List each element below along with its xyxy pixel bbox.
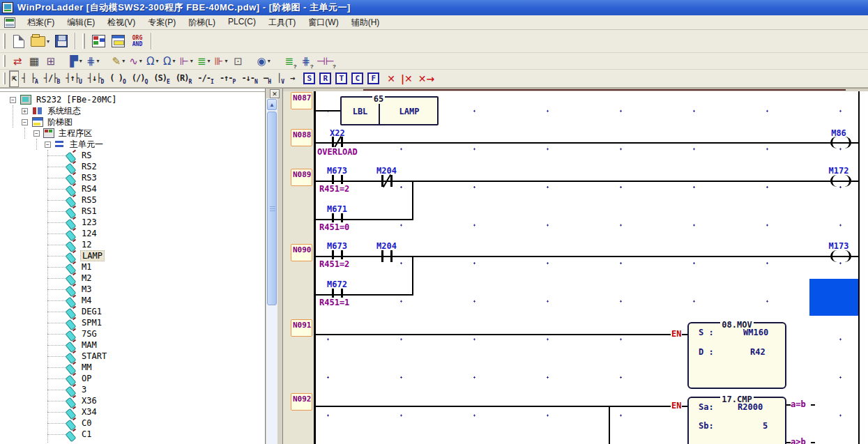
- help-list-button[interactable]: ≣?: [281, 52, 298, 70]
- scrollbar-thumb[interactable]: [267, 112, 277, 305]
- monitor-button[interactable]: Ω▾: [161, 52, 178, 70]
- delete-tool-2[interactable]: ✕→: [416, 72, 437, 85]
- param-value[interactable]: R2000: [738, 402, 763, 412]
- network-label[interactable]: N092: [291, 393, 312, 411]
- contact-label[interactable]: M672: [326, 280, 348, 289]
- list-status-button[interactable]: ≣▾: [195, 52, 213, 70]
- contact-nc-tool[interactable]: ┤/├B: [41, 70, 63, 87]
- io-table-button[interactable]: ⊞: [43, 52, 59, 70]
- dropdown-caret-icon[interactable]: ▾: [190, 58, 193, 64]
- collapse-box-icon[interactable]: −: [45, 141, 51, 148]
- network-label[interactable]: N090: [291, 244, 312, 261]
- coil[interactable]: [830, 137, 851, 148]
- cmp-function-block[interactable]: 17.CMP Sa: R2000 Sb: 5: [687, 397, 786, 444]
- tree-leaf-X34[interactable]: X34: [0, 406, 265, 418]
- network-label[interactable]: N088: [291, 129, 312, 146]
- tree-leaf-MM[interactable]: MM: [0, 362, 265, 373]
- tree-leaf-DEG1[interactable]: DEG1: [0, 306, 265, 317]
- new-file-button[interactable]: [9, 31, 29, 51]
- coil-tool[interactable]: ( )O: [107, 70, 129, 87]
- pointer-tool[interactable]: ⇱: [9, 70, 19, 87]
- tree-leaf-M4[interactable]: M4: [0, 295, 265, 306]
- coil-set-tool[interactable]: (S)E: [151, 70, 173, 87]
- component-button[interactable]: ▦: [26, 52, 43, 70]
- coil-negated-tool[interactable]: (/)Q: [129, 70, 151, 87]
- delete-tool-1[interactable]: |✕: [398, 72, 416, 85]
- tree-node-main-unit[interactable]: − 主单元一: [0, 139, 265, 150]
- coil-reset-tool[interactable]: (R)R: [173, 70, 195, 87]
- tree-leaf-M1[interactable]: M1: [0, 261, 265, 273]
- tree-leaf-LAMP[interactable]: LAMP: [0, 250, 265, 261]
- contact-falling-tool[interactable]: ┤↓├D: [85, 70, 107, 87]
- status-wave-button[interactable]: ∿▾: [127, 52, 144, 70]
- contact-rising-tool[interactable]: ┤↑├U: [63, 70, 85, 87]
- falling-tool[interactable]: -↓-N: [238, 70, 261, 87]
- project-blocks-button[interactable]: ▛▾: [68, 52, 84, 70]
- contact-label[interactable]: M204: [376, 166, 397, 176]
- project-window-button[interactable]: [89, 31, 108, 51]
- tree-node-root[interactable]: − RS232 [FBe-20MC]: [0, 94, 265, 105]
- contact-a-button[interactable]: ⊩▾: [178, 52, 195, 70]
- tree-leaf-X36[interactable]: X36: [0, 395, 265, 406]
- expand-box-icon[interactable]: +: [22, 108, 28, 114]
- tree-leaf-M3[interactable]: M3: [0, 284, 265, 295]
- help-contact-button[interactable]: ⊣⊢?: [314, 52, 337, 70]
- menu-item-0[interactable]: 档案(F): [21, 15, 61, 30]
- tree-leaf-RS5[interactable]: RS5: [0, 194, 265, 206]
- menu-item-4[interactable]: 阶梯(L): [182, 15, 222, 30]
- ladder-window-button[interactable]: [108, 31, 128, 51]
- tree-leaf-START[interactable]: START: [0, 351, 265, 362]
- vline-tool[interactable]: │V: [274, 70, 287, 87]
- insert-s-button[interactable]: S: [303, 72, 315, 84]
- close-panel-button[interactable]: ✕: [270, 89, 280, 98]
- menu-item-7[interactable]: 窗口(W): [302, 15, 344, 30]
- tree-leaf-OP[interactable]: OP: [0, 373, 265, 384]
- network-label[interactable]: N087: [291, 92, 312, 109]
- dropdown-caret-icon[interactable]: ▾: [225, 58, 228, 64]
- menu-item-6[interactable]: 工具(T): [262, 15, 302, 30]
- coil-label[interactable]: M172: [823, 166, 854, 176]
- tree-leaf-RS2[interactable]: RS2: [0, 161, 265, 172]
- collapse-box-icon[interactable]: −: [22, 119, 28, 125]
- collapse-box-icon[interactable]: −: [10, 97, 16, 103]
- tree-leaf-123[interactable]: 123: [0, 217, 265, 228]
- contact-label[interactable]: M673: [326, 166, 348, 176]
- org-and-button[interactable]: ORG AND: [128, 31, 147, 51]
- collapse-box-icon[interactable]: −: [33, 130, 40, 137]
- tree-leaf-C1[interactable]: C1: [0, 429, 265, 440]
- dropdown-caret-icon[interactable]: ▾: [139, 58, 142, 64]
- save-button[interactable]: [52, 31, 71, 51]
- ladder-editor-pane[interactable]: N087 N088 N089 N090 N091 N092 65 LBL LAM…: [282, 89, 868, 444]
- contact-no-tool[interactable]: ┤ ├A: [19, 70, 41, 87]
- coil[interactable]: [830, 250, 851, 262]
- lbl-block[interactable]: 65 LBL LAMP: [340, 96, 439, 125]
- param-value[interactable]: WM160: [743, 328, 768, 337]
- help-network-button[interactable]: ⋕?: [298, 52, 314, 70]
- contact-m-button[interactable]: ⊪▾: [212, 52, 229, 70]
- tree-leaf-3[interactable]: 3: [0, 384, 265, 395]
- contact-nc[interactable]: [381, 175, 393, 187]
- dropdown-caret-icon[interactable]: ▾: [97, 58, 100, 64]
- edit-pen-button[interactable]: ✎▾: [110, 52, 128, 70]
- dropdown-caret-icon[interactable]: ▾: [79, 58, 82, 64]
- dropdown-caret-icon[interactable]: ▾: [47, 38, 50, 45]
- window-cascade-button[interactable]: ⊡: [230, 52, 247, 70]
- tree-leaf-7SG[interactable]: 7SG: [0, 328, 265, 339]
- rising-tool[interactable]: -↑-P: [217, 70, 239, 87]
- toolbar-grip[interactable]: [3, 33, 6, 49]
- dropdown-caret-icon[interactable]: ▾: [207, 58, 210, 64]
- delete-tool-0[interactable]: ✕: [384, 72, 398, 85]
- tree-leaf-124[interactable]: 124: [0, 228, 265, 239]
- mov-function-block[interactable]: 08.MOV S : WM160 D : R42: [687, 322, 786, 389]
- coil-label[interactable]: M173: [823, 241, 854, 251]
- arrow-tool[interactable]: →: [287, 70, 297, 87]
- menu-item-8[interactable]: 辅助(H): [345, 15, 386, 30]
- tree-leaf-MAM[interactable]: MAM: [0, 339, 265, 351]
- param-value[interactable]: R42: [750, 347, 766, 357]
- tree-scrollbar[interactable]: ▲: [266, 98, 277, 444]
- network-label[interactable]: N091: [291, 319, 312, 337]
- network-label[interactable]: N089: [291, 169, 312, 186]
- dropdown-caret-icon[interactable]: ▾: [122, 58, 125, 64]
- ladder-network-button[interactable]: ⋕▾: [84, 52, 102, 70]
- tree-node-main-area[interactable]: − 主程序区: [0, 128, 265, 139]
